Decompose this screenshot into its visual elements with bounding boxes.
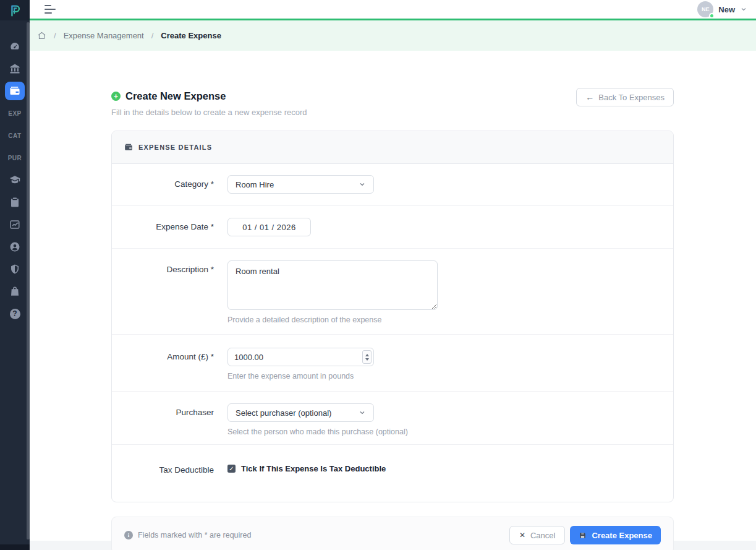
sidebar-item-dashboard[interactable] bbox=[0, 35, 30, 58]
tax-deductible-label: Tax Deductible bbox=[159, 465, 214, 475]
graduation-cap-icon bbox=[9, 174, 20, 186]
amount-input[interactable] bbox=[227, 348, 374, 366]
card-header-title: EXPENSE DETAILS bbox=[138, 144, 212, 151]
shopping-bag-icon bbox=[9, 286, 20, 297]
category-label: Category * bbox=[174, 179, 214, 189]
sidebar-item-label: CAT bbox=[8, 132, 21, 139]
sidebar-item-expenses-active[interactable] bbox=[0, 80, 30, 102]
cancel-button[interactable]: ✕ Cancel bbox=[509, 526, 566, 544]
page-header: + Create New Expense Fill in the details… bbox=[111, 90, 674, 117]
create-expense-button-label: Create Expense bbox=[592, 531, 652, 540]
back-to-expenses-button[interactable]: ← Back To Expenses bbox=[576, 88, 674, 106]
create-expense-button[interactable]: Create Expense bbox=[570, 526, 661, 544]
description-textarea[interactable]: Room rental bbox=[227, 260, 438, 310]
breadcrumb-separator: / bbox=[151, 31, 154, 40]
breadcrumb-separator: / bbox=[54, 31, 56, 40]
user-name: New bbox=[718, 5, 735, 14]
description-label: Description * bbox=[166, 265, 214, 274]
info-icon: i bbox=[124, 531, 133, 539]
wallet-icon bbox=[9, 85, 20, 97]
sidebar-item-help[interactable]: ? bbox=[0, 303, 30, 325]
tax-deductible-row: Tax Deductible ✓ Tick If This Expense Is… bbox=[112, 445, 673, 502]
cancel-button-label: Cancel bbox=[530, 531, 555, 540]
purchaser-select[interactable]: Select purchaser (optional) bbox=[227, 403, 374, 422]
number-stepper[interactable] bbox=[362, 350, 372, 364]
sidebar-item-purchases[interactable] bbox=[0, 280, 30, 303]
breadcrumb-item-expense-management[interactable]: Expense Management bbox=[64, 31, 144, 40]
gauge-icon bbox=[9, 41, 20, 52]
expense-details-card: EXPENSE DETAILS Category * Room Hire Exp… bbox=[111, 131, 674, 502]
page-subtitle: Fill in the details below to create a ne… bbox=[111, 108, 307, 117]
expense-date-input[interactable] bbox=[227, 218, 311, 236]
help-icon: ? bbox=[10, 309, 20, 319]
required-fields-note: Fields marked with * are required bbox=[138, 531, 251, 539]
chevron-down-icon bbox=[359, 181, 366, 188]
brand-p-icon bbox=[8, 4, 22, 17]
chevron-down-icon bbox=[740, 6, 747, 13]
purchaser-hint: Select the person who made this purchase… bbox=[227, 428, 408, 436]
amount-label: Amount (£) * bbox=[167, 352, 214, 361]
back-arrow-icon: ← bbox=[585, 92, 594, 102]
description-hint: Provide a detailed description of the ex… bbox=[227, 316, 438, 324]
close-icon: ✕ bbox=[519, 531, 525, 539]
user-icon bbox=[9, 241, 20, 252]
amount-row: Amount (£) * Enter the expense amount in… bbox=[112, 335, 673, 392]
description-row: Description * Room rental Provide a deta… bbox=[112, 249, 673, 335]
home-icon[interactable] bbox=[37, 31, 46, 40]
purchaser-selected-value: Select purchaser (optional) bbox=[236, 408, 331, 418]
sidebar-bottom-strip bbox=[0, 544, 30, 550]
sidebar-item-exp[interactable]: EXP bbox=[0, 102, 30, 124]
stepper-up-icon[interactable] bbox=[365, 354, 369, 356]
back-button-label: Back To Expenses bbox=[598, 93, 665, 102]
stepper-down-icon[interactable] bbox=[365, 358, 369, 361]
page-title: Create New Expense bbox=[125, 90, 226, 102]
bank-icon bbox=[9, 63, 20, 74]
tax-deductible-checkbox[interactable]: ✓ bbox=[227, 465, 236, 473]
sidebar-item-profile[interactable] bbox=[0, 236, 30, 258]
app-logo[interactable] bbox=[0, 0, 30, 20]
sidebar-item-reports[interactable] bbox=[0, 191, 30, 213]
category-select[interactable]: Room Hire bbox=[227, 175, 374, 194]
sidebar-items: EXP CAT PUR bbox=[0, 20, 30, 325]
clipboard-icon bbox=[9, 197, 20, 208]
category-row: Category * Room Hire bbox=[112, 164, 673, 206]
save-icon bbox=[579, 531, 587, 539]
tax-deductible-checkbox-label[interactable]: Tick If This Expense Is Tax Deductible bbox=[241, 464, 386, 473]
sidebar-item-bank[interactable] bbox=[0, 58, 30, 80]
chevron-down-icon bbox=[359, 409, 366, 416]
sidebar-item-label: EXP bbox=[8, 110, 22, 117]
sidebar-scrollbar[interactable] bbox=[27, 22, 30, 539]
purchaser-row: Purchaser Select purchaser (optional) Se… bbox=[112, 392, 673, 445]
amount-hint: Enter the expense amount in pounds bbox=[227, 372, 374, 380]
wallet-small-icon bbox=[124, 143, 133, 152]
breadcrumb: / Expense Management / Create Expense bbox=[30, 20, 756, 51]
plus-circle-icon: + bbox=[111, 92, 121, 101]
sidebar-item-pur[interactable]: PUR bbox=[0, 147, 30, 169]
chart-line-icon bbox=[9, 219, 20, 230]
user-menu[interactable]: NE New bbox=[697, 1, 747, 17]
purchaser-label: Purchaser bbox=[176, 408, 214, 417]
expense-date-label: Expense Date * bbox=[156, 222, 214, 231]
breadcrumb-item-create-expense: Create Expense bbox=[161, 31, 221, 40]
content: + Create New Expense Fill in the details… bbox=[30, 51, 756, 541]
menu-toggle-icon[interactable] bbox=[45, 2, 56, 16]
card-header: EXPENSE DETAILS bbox=[112, 131, 673, 164]
sidebar-item-analytics[interactable] bbox=[0, 213, 30, 236]
sidebar: EXP CAT PUR bbox=[0, 0, 30, 550]
online-status-dot bbox=[709, 13, 715, 19]
expense-date-row: Expense Date * bbox=[112, 206, 673, 249]
form-footer-bar: i Fields marked with * are required ✕ Ca… bbox=[111, 517, 674, 550]
check-icon: ✓ bbox=[229, 466, 234, 472]
active-item-highlight bbox=[5, 82, 25, 100]
sidebar-item-cat[interactable]: CAT bbox=[0, 124, 30, 147]
avatar: NE bbox=[697, 1, 713, 17]
sidebar-item-education[interactable] bbox=[0, 169, 30, 191]
shield-icon bbox=[9, 264, 20, 275]
sidebar-item-label: PUR bbox=[8, 155, 22, 161]
main-area: NE New / Expense Management / Create Exp… bbox=[30, 0, 756, 541]
avatar-initials: NE bbox=[702, 6, 710, 12]
topbar: NE New bbox=[30, 0, 756, 20]
category-selected-value: Room Hire bbox=[236, 180, 274, 189]
sidebar-item-security[interactable] bbox=[0, 258, 30, 280]
